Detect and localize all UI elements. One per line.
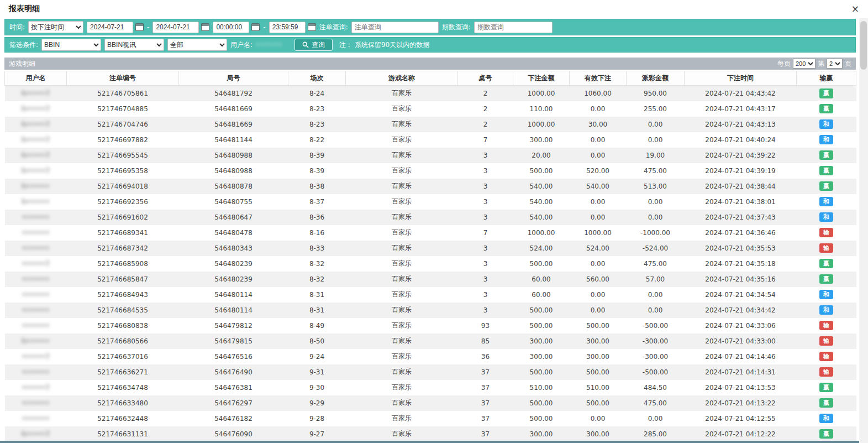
per-page-select[interactable]: 200 — [793, 59, 816, 69]
cell-payout: 0.00 — [627, 132, 685, 148]
calendar-icon[interactable] — [308, 23, 316, 31]
table-row: ••••••75217466370165464765169-24百家乐36300… — [5, 349, 856, 364]
cell-username: ••••••• — [5, 364, 67, 380]
table-row: •••••••5217466845355464801148-31百家乐3500.… — [5, 303, 856, 318]
cell-username: ••••••7 — [5, 349, 67, 364]
cell-game_name: 百家乐 — [346, 256, 458, 272]
cell-payout: 475.00 — [627, 163, 685, 179]
cell-table_no: 3 — [458, 210, 513, 225]
cell-bet_time: 2024-07-21 04:36:46 — [685, 225, 797, 241]
column-header: 用户名 — [5, 71, 67, 86]
bottom-edge — [0, 441, 859, 443]
period-query-input[interactable] — [474, 22, 553, 33]
time-to-input[interactable] — [269, 22, 306, 33]
table-row: h•••••75217467047465464816698-23百家乐21000… — [5, 117, 856, 132]
scrollbar-thumb[interactable] — [860, 21, 867, 70]
result-badge-win: 赢 — [819, 181, 833, 191]
cell-payout: -500.00 — [627, 318, 685, 333]
cell-table_no: 3 — [458, 287, 513, 303]
result-badge-draw: 和 — [819, 212, 833, 222]
cell-bet_amount: 300.00 — [513, 333, 570, 349]
cell-table_no: 3 — [458, 163, 513, 179]
cell-bet_amount: 500.00 — [513, 364, 570, 380]
cell-round_no: 546480988 — [179, 148, 288, 163]
table-row: •••••••5217466873425464803438-33百家乐3524.… — [5, 241, 856, 256]
result-badge-draw: 和 — [819, 414, 833, 424]
cell-bet_time: 2024-07-21 04:38:44 — [685, 179, 797, 194]
cell-result: 赢 — [797, 256, 856, 272]
cell-bet_no: 521746691602 — [67, 210, 179, 225]
cell-username: h•••••7 — [5, 101, 67, 117]
cell-bet_no: 521746705861 — [67, 86, 179, 101]
cell-round_no: 546481792 — [179, 86, 288, 101]
cell-game_name: 百家乐 — [346, 364, 458, 380]
calendar-icon[interactable] — [251, 23, 260, 31]
username-label: 用户名: — [230, 40, 252, 50]
cell-result: 输 — [797, 364, 856, 380]
column-header: 下注时间 — [685, 71, 797, 86]
result-badge-win: 赢 — [819, 88, 833, 98]
table-row: •••••••5217466893415464804788-16百家乐71000… — [5, 225, 856, 241]
cell-table_no: 2 — [458, 117, 513, 132]
category-select[interactable]: BBIN视讯 — [104, 39, 164, 51]
cell-game_name: 百家乐 — [346, 241, 458, 256]
calendar-icon[interactable] — [135, 23, 144, 31]
cell-round_no: 546480114 — [179, 303, 288, 318]
cell-table_no: 3 — [458, 303, 513, 318]
vertical-scrollbar[interactable] — [859, 18, 868, 443]
cell-result: 赢 — [797, 101, 856, 117]
cell-bet_no: 521746689341 — [67, 225, 179, 241]
cell-username: ••••••• — [5, 287, 67, 303]
table-row: •••••••5217466362715464764909-31百家乐37500… — [5, 364, 856, 380]
bet-query-input[interactable] — [351, 22, 439, 33]
page-select[interactable]: 2 — [827, 59, 843, 69]
cell-bet_amount: 500.00 — [513, 395, 570, 411]
cell-payout: 0.00 — [627, 117, 685, 132]
cell-round_no: 546479815 — [179, 333, 288, 349]
cell-username: ••••••• — [5, 210, 67, 225]
cell-bet_time: 2024-07-21 04:35:18 — [685, 256, 797, 272]
cell-payout: 19.00 — [627, 148, 685, 163]
cell-game_name: 百家乐 — [346, 86, 458, 101]
search-button[interactable]: 查询 — [294, 39, 333, 51]
cell-bet_amount: 500.00 — [513, 256, 570, 272]
cell-payout: 285.00 — [627, 426, 685, 442]
cell-game_name: 百家乐 — [346, 194, 458, 210]
cell-session: 8-38 — [288, 179, 346, 194]
calendar-icon[interactable] — [201, 23, 209, 31]
cell-result: 输 — [797, 333, 856, 349]
platform-select[interactable]: BBIN — [41, 39, 101, 51]
cell-valid_bet: 500.00 — [570, 318, 627, 333]
cell-bet_amount: 524.00 — [513, 241, 570, 256]
cell-game_name: 百家乐 — [346, 148, 458, 163]
cell-table_no: 37 — [458, 364, 513, 380]
cell-table_no: 3 — [458, 148, 513, 163]
period-query-label: 期数查询: — [442, 23, 471, 32]
cell-session: 8-24 — [288, 86, 346, 101]
cell-valid_bet: 0.00 — [570, 256, 627, 272]
cell-result: 输 — [797, 318, 856, 333]
cell-session: 8-32 — [288, 272, 346, 287]
cell-payout: 475.00 — [627, 395, 685, 411]
date-to-input[interactable] — [152, 22, 199, 33]
cell-username: ••••••• — [5, 241, 67, 256]
cell-bet_time: 2024-07-21 04:14:31 — [685, 364, 797, 380]
cell-bet_amount: 540.00 — [513, 210, 570, 225]
cell-table_no: 85 — [458, 333, 513, 349]
cell-valid_bet: 1000.00 — [570, 225, 627, 241]
cell-round_no: 546481669 — [179, 117, 288, 132]
date-from-input[interactable] — [87, 22, 133, 33]
table-row: h•••••75217466311315464760909-27百家乐37300… — [5, 426, 856, 442]
cell-game_name: 百家乐 — [346, 163, 458, 179]
time-from-input[interactable] — [213, 22, 249, 33]
result-badge-win: 赢 — [819, 259, 833, 269]
cell-bet_amount: 60.00 — [513, 287, 570, 303]
cell-bet_time: 2024-07-21 04:39:22 — [685, 148, 797, 163]
time-type-select[interactable]: 按下注时间 — [28, 21, 83, 33]
cell-round_no: 546476297 — [179, 395, 288, 411]
close-icon[interactable]: × — [851, 4, 859, 14]
cell-bet_amount: 60.00 — [513, 272, 570, 287]
cell-bet_no: 521746695358 — [67, 163, 179, 179]
game-select[interactable]: 全部 — [167, 39, 227, 51]
search-icon — [302, 41, 309, 48]
